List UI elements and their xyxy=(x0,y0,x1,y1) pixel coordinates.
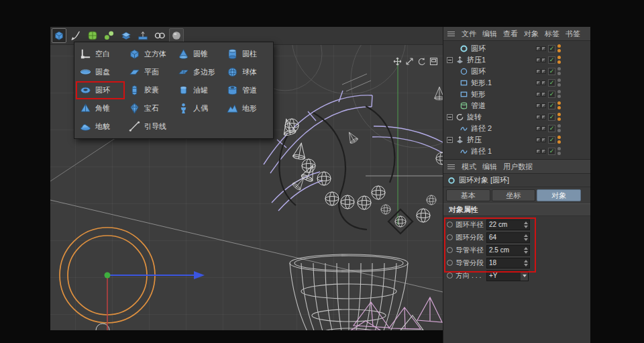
visibility-dots[interactable] xyxy=(557,136,561,144)
menu-item-cylinder[interactable]: 圆柱 xyxy=(223,45,272,63)
enabled-check-icon[interactable] xyxy=(548,125,555,132)
material-sphere-tool-button[interactable] xyxy=(169,28,184,43)
layer-squares[interactable] xyxy=(536,138,546,142)
menu-item-gem[interactable]: 宝石 xyxy=(125,99,174,117)
tree-row-extrude1[interactable]: 挤压1 xyxy=(443,54,590,66)
collapse-expander-icon[interactable] xyxy=(447,114,453,120)
menu-object[interactable]: 对象 xyxy=(524,29,539,39)
menu-user-data[interactable]: 用户数据 xyxy=(503,162,533,172)
pipe-radius-input[interactable]: 2.5 cm xyxy=(486,245,530,256)
tree-row-torus[interactable]: 圆环 xyxy=(443,43,590,54)
menu-bookmarks[interactable]: 书签 xyxy=(566,29,580,39)
menu-item-null[interactable]: 空白 xyxy=(76,45,125,63)
enabled-check-icon[interactable] xyxy=(548,79,555,87)
tree-row-tube[interactable]: 管道 xyxy=(443,100,590,111)
visibility-dots[interactable] xyxy=(557,113,561,121)
menu-item-disc[interactable]: 圆盘 xyxy=(76,63,125,81)
menu-item-landscape[interactable]: 地貌 xyxy=(76,117,125,136)
maximize-icon[interactable] xyxy=(429,56,438,65)
visibility-dots[interactable] xyxy=(557,101,561,109)
hamburger-menu-icon[interactable] xyxy=(447,163,455,170)
visibility-dots[interactable] xyxy=(557,56,561,64)
tree-row-circle-spline[interactable]: 圆环 xyxy=(443,66,590,77)
stepper-arrows-icon[interactable] xyxy=(524,260,528,266)
null-rings-tool-button[interactable] xyxy=(152,28,167,43)
visibility-dots[interactable] xyxy=(557,44,561,52)
layer-squares[interactable] xyxy=(536,115,546,119)
menu-tags[interactable]: 标签 xyxy=(545,29,559,39)
menu-item-polygon[interactable]: 多边形 xyxy=(174,63,223,81)
enabled-check-icon[interactable] xyxy=(548,148,555,155)
menu-item-cube[interactable]: 立方体 xyxy=(125,45,174,63)
enabled-check-icon[interactable] xyxy=(548,45,555,52)
keyframe-circle-icon[interactable] xyxy=(447,273,453,279)
tree-row-rectangle-1[interactable]: 矩形.1 xyxy=(443,77,590,89)
keyframe-circle-icon[interactable] xyxy=(447,234,453,240)
collapse-expander-icon[interactable] xyxy=(447,137,453,143)
stepper-arrows-icon[interactable] xyxy=(524,234,528,241)
pan-icon[interactable] xyxy=(393,56,402,65)
floor-environment-tool-button[interactable] xyxy=(136,28,150,43)
menu-item-guide-line[interactable]: 引导线 xyxy=(125,117,174,136)
visibility-dots[interactable] xyxy=(557,147,561,155)
stepper-arrows-icon[interactable] xyxy=(524,222,528,228)
zoom-icon[interactable] xyxy=(405,56,414,65)
layer-squares[interactable] xyxy=(536,69,546,74)
layer-squares[interactable] xyxy=(536,92,546,97)
menu-item-torus[interactable]: 圆环 xyxy=(76,81,125,99)
layer-squares[interactable] xyxy=(536,149,546,154)
menu-item-sphere[interactable]: 球体 xyxy=(223,63,272,81)
tree-row-rectangle[interactable]: 矩形 xyxy=(443,89,590,100)
collapse-expander-icon[interactable] xyxy=(447,57,453,63)
enabled-check-icon[interactable] xyxy=(548,102,555,109)
visibility-dots[interactable] xyxy=(557,124,561,132)
tab-object[interactable]: 对象 xyxy=(537,189,581,201)
enabled-check-icon[interactable] xyxy=(548,91,555,98)
menu-edit[interactable]: 编辑 xyxy=(482,162,497,172)
tree-row-lathe[interactable]: 旋转 xyxy=(443,111,590,123)
menu-mode[interactable]: 模式 xyxy=(462,162,476,172)
menu-item-plane[interactable]: 平面 xyxy=(125,63,174,81)
array-generator-tool-button[interactable] xyxy=(102,28,117,43)
tree-row-path-1[interactable]: 路径 1 xyxy=(443,146,590,157)
menu-item-oil-tank[interactable]: 油罐 xyxy=(174,81,223,99)
enabled-check-icon[interactable] xyxy=(548,113,555,121)
tree-row-path-2[interactable]: 路径 2 xyxy=(443,123,590,134)
spline-pen-tool-button[interactable] xyxy=(68,28,83,43)
extrude-generator-tool-button[interactable] xyxy=(119,28,133,43)
layer-squares[interactable] xyxy=(536,103,546,108)
menu-item-tube[interactable]: 管道 xyxy=(223,81,272,99)
menu-item-cone[interactable]: 圆锥 xyxy=(174,45,223,63)
layer-squares[interactable] xyxy=(536,58,546,62)
menu-item-pyramid[interactable]: 角锥 xyxy=(76,99,125,117)
ring-radius-input[interactable]: 22 cm xyxy=(486,219,530,230)
enabled-check-icon[interactable] xyxy=(548,56,555,64)
menu-item-terrain[interactable]: 地形 xyxy=(223,99,272,117)
layer-squares[interactable] xyxy=(536,126,546,131)
keyframe-circle-icon[interactable] xyxy=(447,222,453,228)
enabled-check-icon[interactable] xyxy=(548,68,555,75)
menu-item-capsule[interactable]: 胶囊 xyxy=(125,81,174,99)
menu-view[interactable]: 查看 xyxy=(503,29,518,39)
pipe-segments-input[interactable]: 18 xyxy=(486,258,530,268)
tab-coordinates[interactable]: 坐标 xyxy=(492,189,536,201)
cube-primitive-tool-button[interactable] xyxy=(52,28,66,43)
layer-squares[interactable] xyxy=(536,46,546,51)
subdivision-surface-tool-button[interactable] xyxy=(85,28,100,43)
visibility-dots[interactable] xyxy=(557,90,561,98)
viewport-3d[interactable]: 空白 立方体 圆锥 圆柱 圆盘 平面 多边形 球体 圆环 胶囊 油罐 管道 角锥… xyxy=(50,27,443,330)
visibility-dots[interactable] xyxy=(557,79,561,87)
ring-segments-input[interactable]: 64 xyxy=(486,232,530,243)
menu-edit[interactable]: 编辑 xyxy=(482,29,497,39)
rotate-icon[interactable] xyxy=(417,56,426,65)
menu-file[interactable]: 文件 xyxy=(462,29,476,39)
stepper-arrows-icon[interactable] xyxy=(524,247,528,254)
tree-row-extrude[interactable]: 挤压 xyxy=(443,134,590,146)
keyframe-circle-icon[interactable] xyxy=(447,247,453,253)
keyframe-circle-icon[interactable] xyxy=(447,260,453,266)
tab-basic[interactable]: 基本 xyxy=(446,189,490,201)
orientation-dropdown[interactable]: +Y xyxy=(486,271,529,281)
hamburger-menu-icon[interactable] xyxy=(447,30,455,38)
menu-item-figure[interactable]: 人偶 xyxy=(174,99,223,117)
enabled-check-icon[interactable] xyxy=(548,136,555,144)
